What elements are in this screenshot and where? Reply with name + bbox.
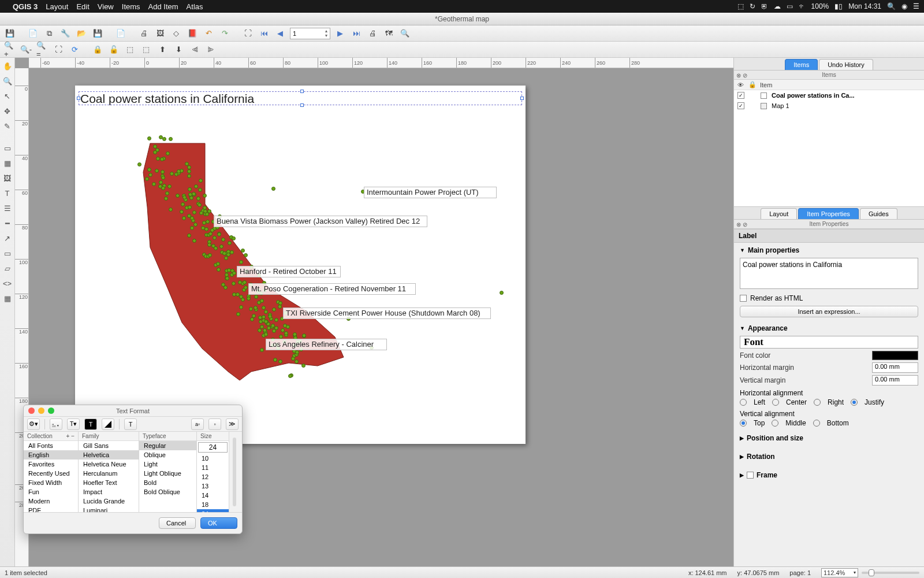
- duplicate-icon[interactable]: ⧉: [43, 27, 55, 40]
- halign-center-radio[interactable]: [772, 399, 779, 406]
- ok-button[interactable]: OK: [200, 517, 237, 529]
- display-icon[interactable]: ▭: [787, 2, 793, 10]
- raise-icon[interactable]: ⬆: [156, 43, 169, 56]
- menu-view[interactable]: View: [98, 2, 114, 11]
- shield-icon[interactable]: ⛨: [761, 2, 768, 10]
- tab-guides[interactable]: Guides: [860, 208, 897, 219]
- close-icon[interactable]: ⊗ ⊘: [736, 220, 747, 229]
- more-icon[interactable]: ≫: [226, 418, 239, 430]
- export-pdf-icon[interactable]: 📕: [186, 27, 199, 40]
- size-slider[interactable]: [233, 438, 236, 506]
- list-item[interactable]: Herculanum: [79, 469, 139, 478]
- list-item[interactable]: Fixed Width: [24, 478, 78, 487]
- layout-page[interactable]: Coal power stations in California Interm…: [75, 86, 526, 444]
- add-label-icon[interactable]: T: [2, 187, 13, 199]
- minimize-window-icon[interactable]: [38, 407, 44, 414]
- list-item[interactable]: Helvetica Neue: [79, 460, 139, 469]
- rotation-group[interactable]: ▶Rotation: [740, 453, 918, 461]
- print-icon[interactable]: 🖨: [137, 27, 150, 40]
- menu-layout[interactable]: Layout: [46, 2, 68, 11]
- spotlight-icon[interactable]: 🔍: [887, 2, 896, 10]
- size-list[interactable]: Size 10111213141824: [197, 432, 229, 512]
- select-tool-icon[interactable]: ↖: [2, 90, 13, 102]
- app-name[interactable]: QGIS 3: [13, 2, 38, 11]
- insert-expression-button[interactable]: Insert an expression...: [740, 306, 918, 317]
- superscript-icon[interactable]: a▫: [191, 418, 204, 430]
- atlas-print-icon[interactable]: 🖨: [366, 27, 379, 40]
- zoom-full-icon[interactable]: ⛶: [241, 27, 254, 40]
- list-item[interactable]: Luminari: [79, 506, 139, 512]
- tab-items[interactable]: Items: [785, 59, 818, 70]
- add-table-icon[interactable]: ▦: [2, 292, 13, 304]
- title-label-item[interactable]: Coal power stations in California: [79, 91, 522, 105]
- battery-icon[interactable]: ▮▯: [834, 2, 843, 10]
- valign-bottom-radio[interactable]: [813, 420, 820, 427]
- list-item[interactable]: 11: [197, 463, 229, 472]
- map-item[interactable]: Intermountain Power Project (UT)Buena Vi…: [116, 138, 485, 427]
- list-item[interactable]: English: [24, 450, 78, 460]
- add-picture-icon[interactable]: 🖼: [2, 172, 13, 184]
- zoom-window-icon[interactable]: [48, 407, 54, 414]
- bg-color-icon[interactable]: [102, 418, 114, 430]
- unlock-icon[interactable]: 🔓: [107, 43, 120, 56]
- add-map-icon[interactable]: ▭: [2, 142, 13, 154]
- valign-top-radio[interactable]: [740, 420, 747, 427]
- siri-icon[interactable]: ◉: [901, 2, 907, 10]
- lock-icon[interactable]: 🔒: [91, 43, 104, 56]
- align-icon[interactable]: T: [124, 418, 137, 430]
- refresh-icon[interactable]: ⟳: [68, 43, 81, 56]
- menu-items[interactable]: Items: [122, 2, 140, 11]
- halign-right-radio[interactable]: [814, 399, 821, 406]
- list-item[interactable]: 12: [197, 472, 229, 481]
- prev-icon[interactable]: ◀: [274, 27, 286, 40]
- appearance-group[interactable]: ▼Appearance: [740, 324, 918, 332]
- list-item[interactable]: Gill Sans: [79, 441, 139, 450]
- list-item[interactable]: Bold: [139, 478, 196, 487]
- items-list[interactable]: 👁🔒Item ✓Coal power stations in Ca... ✓Ma…: [734, 80, 924, 207]
- add-page-icon[interactable]: 📄: [114, 27, 127, 40]
- export-svg-icon[interactable]: ◇: [170, 27, 182, 40]
- undo-icon[interactable]: ↶: [202, 27, 215, 40]
- halign-justify-radio[interactable]: [851, 399, 858, 406]
- lower-icon[interactable]: ⬇: [172, 43, 185, 56]
- menu-edit[interactable]: Edit: [76, 2, 89, 11]
- dropbox-icon[interactable]: ⬚: [737, 2, 744, 10]
- ungroup-icon[interactable]: ⬚: [140, 43, 152, 56]
- clock[interactable]: Mon 14:31: [848, 2, 881, 10]
- first-icon[interactable]: ⏮: [258, 27, 270, 40]
- atlas-settings-icon[interactable]: 🔍: [398, 27, 411, 40]
- list-item[interactable]: 10: [197, 454, 229, 463]
- add-nodeshape-icon[interactable]: ▱: [2, 262, 13, 274]
- shadow-icon[interactable]: ▫: [208, 418, 221, 430]
- cloud-icon[interactable]: ☁: [774, 2, 781, 10]
- distribute-icon[interactable]: ⫸: [204, 43, 217, 56]
- typeface-list[interactable]: Typeface RegularObliqueLightLight Obliqu…: [139, 432, 197, 512]
- sync-icon[interactable]: ↻: [750, 2, 755, 10]
- notification-icon[interactable]: ☰: [913, 2, 919, 10]
- item-row-map[interactable]: ✓Map 1: [734, 101, 924, 111]
- list-item[interactable]: Regular: [139, 441, 196, 450]
- save-icon[interactable]: 💾: [3, 27, 16, 40]
- list-item[interactable]: Fun: [24, 487, 78, 497]
- list-item[interactable]: 13: [197, 481, 229, 491]
- wifi-icon[interactable]: ᯤ: [799, 2, 806, 10]
- list-item[interactable]: 18: [197, 500, 229, 509]
- menu-atlas[interactable]: Atlas: [187, 2, 203, 11]
- tab-undo-history[interactable]: Undo History: [819, 59, 873, 70]
- list-item[interactable]: Favorites: [24, 460, 78, 469]
- frame-checkbox[interactable]: [747, 472, 754, 479]
- label-text-input[interactable]: [740, 258, 918, 289]
- valign-middle-radio[interactable]: [772, 420, 778, 427]
- page-number-field[interactable]: 1▴▾: [290, 28, 330, 39]
- menu-add-item[interactable]: Add Item: [148, 2, 178, 11]
- underline-icon[interactable]: ⎁▾: [50, 418, 62, 430]
- list-item[interactable]: Oblique: [139, 450, 196, 460]
- frame-group[interactable]: ▶Frame: [740, 471, 918, 479]
- position-size-group[interactable]: ▶Position and size: [740, 434, 918, 442]
- text-color-icon[interactable]: T: [84, 418, 97, 430]
- add-shape-icon[interactable]: ▭: [2, 247, 13, 259]
- zoom-slider[interactable]: [862, 572, 919, 574]
- last-icon[interactable]: ⏭: [350, 27, 363, 40]
- list-item[interactable]: 24: [197, 509, 229, 512]
- next-icon[interactable]: ▶: [334, 27, 346, 40]
